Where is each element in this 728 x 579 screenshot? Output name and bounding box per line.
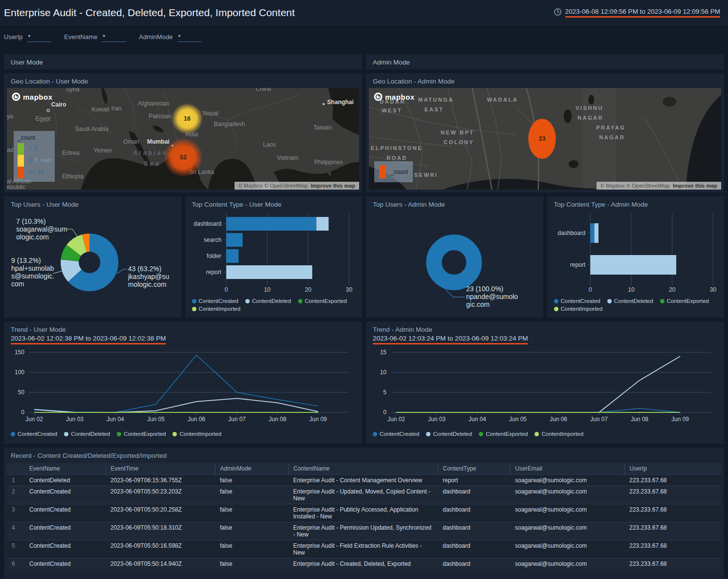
table-header-row: EventNameEventTimeAdminModeContentNameCo… bbox=[7, 463, 721, 474]
svg-text:150: 150 bbox=[15, 349, 24, 356]
cell-contentname: Enterprise Audit - Permission Updated, S… bbox=[288, 522, 438, 540]
column-header-eventname[interactable]: EventName bbox=[24, 463, 106, 474]
cell-adminmode: false bbox=[215, 540, 288, 558]
time-range-picker[interactable]: 2023-06-08 12:09:56 PM to 2023-06-09 12:… bbox=[554, 8, 720, 18]
legend-title: _count bbox=[18, 134, 51, 141]
svg-text:Iran: Iran bbox=[111, 105, 122, 112]
svg-text:COLONY: COLONY bbox=[444, 139, 474, 145]
panel-top-users-admin-mode: Top Users - Admin Mode 23 (100.0%) npand… bbox=[366, 196, 543, 318]
legend-dot bbox=[172, 432, 177, 436]
cell-useremail: soagarwal@sumologic.com bbox=[510, 558, 624, 569]
svg-text:Cairo: Cairo bbox=[51, 101, 66, 108]
cell-eventname: ContentCreated bbox=[24, 504, 106, 522]
cell-userip: 223.233.67.68 bbox=[624, 474, 721, 486]
cell-userip: 223.233.67.68 bbox=[624, 522, 721, 540]
legend-dot bbox=[11, 432, 15, 436]
panel-title: Top Users - Admin Mode bbox=[366, 196, 543, 208]
svg-text:SEWRI: SEWRI bbox=[414, 172, 438, 178]
cell-userip: 223.233.67.68 bbox=[624, 504, 721, 522]
cell-useremail: soagarwal@sumologic.com bbox=[510, 540, 624, 558]
legend-entry: >= 43 bbox=[18, 167, 51, 178]
legend-dot bbox=[192, 299, 196, 303]
cell-contenttype: dashboard bbox=[438, 558, 510, 569]
filter-label: UserIp bbox=[4, 33, 22, 41]
legend-entry: 9 - 42 bbox=[18, 155, 51, 167]
svg-text:20: 20 bbox=[669, 286, 676, 293]
panel-title: Recent - Content Created/Deleted/Exporte… bbox=[4, 448, 724, 459]
svg-text:Arabian: Arabian bbox=[132, 150, 168, 156]
svg-text:Jun 06: Jun 06 bbox=[550, 416, 567, 423]
legend-label: ContentDeleted bbox=[433, 431, 472, 437]
svg-text:Jun 03: Jun 03 bbox=[66, 416, 84, 423]
improve-map-link[interactable]: Improve this map bbox=[311, 183, 355, 189]
svg-text:Syria: Syria bbox=[66, 88, 80, 93]
map-admin-mode[interactable]: DADARWESTMATUNGAEASTWADALAVISHNUNAGARPRA… bbox=[369, 88, 721, 190]
pie-callout: 7 (10.3%) soagarwal@sumologic.com bbox=[16, 217, 68, 241]
column-header-contenttype[interactable]: ContentType bbox=[438, 463, 510, 474]
map-user-mode[interactable]: SyriaIranAfghanistanPakistanNepalBanglad… bbox=[7, 88, 359, 190]
cell-contentname: Enterprise Audit - Field Extraction Rule… bbox=[288, 540, 438, 558]
callout-label: soagarwal@sumologic.com bbox=[16, 225, 68, 241]
cell-eventname: ContentCreated bbox=[24, 558, 106, 569]
map-legend-count: _count < 99 - 42>= 43 bbox=[14, 131, 55, 182]
svg-text:PRAYAG: PRAYAG bbox=[596, 125, 625, 130]
time-range-text[interactable]: 2023-06-08 12:09:56 PM to 2023-06-09 12:… bbox=[565, 8, 720, 18]
svg-text:Saudi Arabia: Saudi Arabia bbox=[75, 126, 108, 132]
map-canvas: SyriaIranAfghanistanPakistanNepalBanglad… bbox=[7, 88, 359, 190]
cell-contenttype: dashboard bbox=[438, 522, 510, 540]
chart-legend: ContentCreatedContentDeletedContentExpor… bbox=[11, 431, 221, 437]
svg-text:Jun 05: Jun 05 bbox=[147, 416, 165, 423]
legend-label: ContentImported bbox=[199, 306, 241, 312]
legend-label: ContentExported bbox=[124, 431, 166, 437]
column-header-contentname[interactable]: ContentName bbox=[288, 463, 438, 474]
legend-item-contentdeleted: ContentDeleted bbox=[426, 431, 472, 437]
callout-value: 9 (13.2%) bbox=[11, 257, 56, 264]
svg-text:Egypt: Egypt bbox=[35, 115, 51, 122]
cell-adminmode: false bbox=[215, 504, 288, 522]
mapbox-logo[interactable]: mapbox bbox=[12, 92, 53, 101]
column-header-useremail[interactable]: UserEmail bbox=[510, 463, 624, 474]
svg-text:0: 0 bbox=[383, 409, 386, 416]
mapbox-wordmark: mapbox bbox=[385, 93, 415, 101]
column-header-adminmode[interactable]: AdminMode bbox=[215, 463, 288, 474]
legend-label: ContentCreated bbox=[380, 431, 419, 437]
column-header-eventtime[interactable]: EventTime bbox=[106, 463, 215, 474]
svg-text:Jun 06: Jun 06 bbox=[188, 416, 205, 423]
cell-userip: 223.233.67.68 bbox=[624, 486, 721, 504]
mapbox-logo[interactable]: mapbox bbox=[374, 92, 415, 101]
legend-label: ContentImported bbox=[561, 306, 603, 312]
legend-label: ContentImported bbox=[541, 431, 583, 437]
cell-adminmode: false bbox=[215, 486, 288, 504]
improve-map-link[interactable]: Improve this map bbox=[673, 183, 717, 189]
svg-text:Shanghai: Shanghai bbox=[327, 99, 353, 106]
panel-title: Top Users - User Mode bbox=[4, 196, 181, 208]
filter-userip: UserIp bbox=[4, 33, 51, 42]
svg-text:Pakistan: Pakistan bbox=[149, 113, 171, 120]
filter-input-adminmode[interactable] bbox=[177, 33, 202, 42]
map-attribution: © Mapbox © OpenStreetMap Improve this ma… bbox=[597, 182, 721, 190]
chart-legend: ContentCreatedContentDeletedContentExpor… bbox=[554, 298, 722, 312]
filter-bar: UserIpEventNameAdminMode bbox=[0, 25, 728, 50]
row-number: 2 bbox=[7, 486, 24, 504]
filter-input-userip[interactable] bbox=[27, 33, 51, 42]
callout-label: npande@sumologic.com bbox=[466, 293, 519, 308]
panel-title: Geo Location - User Mode bbox=[4, 73, 362, 85]
legend-dot bbox=[192, 307, 196, 311]
svg-text:EAST: EAST bbox=[425, 107, 444, 112]
svg-text:search: search bbox=[204, 236, 221, 243]
panel-title: Geo Location - Admin Mode bbox=[366, 73, 724, 85]
pie-callout: 43 (63.2%) jkashyap@sumologic.com bbox=[128, 265, 173, 288]
column-header-userip[interactable]: UserIp bbox=[624, 463, 721, 474]
cell-useremail: soagarwal@sumologic.com bbox=[510, 522, 624, 540]
legend-label: ContentExported bbox=[486, 431, 528, 437]
chart-legend: ContentCreatedContentDeletedContentExpor… bbox=[373, 431, 583, 437]
legend-label: ContentExported bbox=[305, 298, 347, 304]
filter-input-eventname[interactable] bbox=[102, 33, 126, 42]
svg-text:Jun 07: Jun 07 bbox=[228, 416, 246, 423]
cell-eventname: ContentCreated bbox=[24, 486, 106, 504]
panel-geo-admin-mode: Geo Location - Admin Mode bbox=[366, 73, 724, 193]
svg-text:Taiwan: Taiwan bbox=[313, 124, 332, 131]
column-header-rownum bbox=[7, 463, 24, 474]
svg-text:Afghanistan: Afghanistan bbox=[138, 100, 169, 107]
svg-text:30: 30 bbox=[345, 286, 352, 293]
